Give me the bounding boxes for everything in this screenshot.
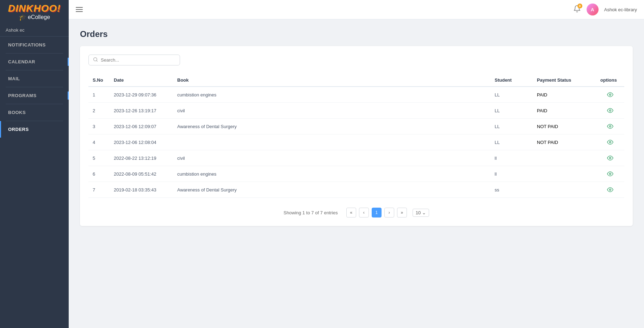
- cell-sno: 6: [88, 166, 110, 182]
- cell-student: LL: [490, 87, 533, 103]
- content-area: Orders S.No Date Book: [69, 19, 644, 328]
- cell-sno: 7: [88, 182, 110, 198]
- cell-payment-status: NOT PAID: [533, 119, 596, 134]
- table-row: 7 2019-02-18 03:35:43 Awareness of Denta…: [88, 182, 624, 198]
- cell-book: Awareness of Dental Surgery: [173, 182, 490, 198]
- main-area: 0 A Ashok ec-library Orders: [69, 0, 644, 328]
- sidebar-user: Ashok ec: [0, 24, 69, 37]
- cell-sno: 4: [88, 134, 110, 150]
- topbar-right: 0 A Ashok ec-library: [573, 4, 637, 15]
- cell-payment-status: NOT PAID: [533, 134, 596, 150]
- table-row: 6 2022-08-09 05:51:42 cumbistion engines…: [88, 166, 624, 182]
- svg-point-8: [609, 189, 611, 191]
- svg-point-2: [609, 94, 611, 96]
- table-body: 1 2023-12-29 09:07:36 cumbistion engines…: [88, 87, 624, 198]
- sidebar-item-books[interactable]: BOOKS: [0, 104, 69, 121]
- cell-payment-status: [533, 150, 596, 166]
- view-icon[interactable]: [600, 155, 620, 161]
- cell-date: 2023-12-06 12:08:04: [110, 134, 173, 150]
- cell-options: [596, 87, 624, 103]
- cell-options: [596, 182, 624, 198]
- col-header-sno: S.No: [88, 74, 110, 87]
- cell-book: civil: [173, 103, 490, 119]
- table-header: S.No Date Book Student Payment Status op…: [88, 74, 624, 87]
- sidebar-item-notifications[interactable]: NOTIFICATIONS: [0, 37, 69, 53]
- view-icon[interactable]: [600, 139, 620, 145]
- user-name-label: Ashok ec-library: [604, 7, 637, 12]
- pagination: Showing 1 to 7 of 7 entries « ‹ 1 › » 10…: [88, 208, 624, 217]
- page-size-selector[interactable]: 10 ⌄: [413, 209, 429, 217]
- chevron-down-icon: ⌄: [422, 210, 426, 215]
- active-indicator: [68, 92, 69, 100]
- col-header-date: Date: [110, 74, 173, 87]
- cell-sno: 2: [88, 103, 110, 119]
- page-prev-button[interactable]: ‹: [359, 208, 369, 217]
- cell-book: cumbistion engines: [173, 166, 490, 182]
- logo-dinkhoo: DINKHOO!: [8, 4, 61, 13]
- page-first-button[interactable]: «: [346, 208, 356, 217]
- view-icon[interactable]: [600, 171, 620, 177]
- table-row: 3 2023-12-06 12:09:07 Awareness of Denta…: [88, 119, 624, 134]
- col-header-book: Book: [173, 74, 490, 87]
- svg-point-7: [609, 173, 611, 175]
- cell-options: [596, 119, 624, 134]
- cell-student: LL: [490, 119, 533, 134]
- page-1-button[interactable]: 1: [372, 208, 382, 217]
- view-icon[interactable]: [600, 92, 620, 98]
- cell-sno: 3: [88, 119, 110, 134]
- page-next-button[interactable]: ›: [384, 208, 394, 217]
- user-avatar[interactable]: A: [587, 4, 599, 15]
- sidebar-logo: DINKHOO! 🎓 eCollege: [0, 0, 69, 24]
- cell-student: ll: [490, 150, 533, 166]
- svg-line-1: [97, 61, 98, 62]
- cell-student: ss: [490, 182, 533, 198]
- orders-card: S.No Date Book Student Payment Status op…: [80, 46, 633, 226]
- active-indicator: [68, 58, 69, 66]
- sidebar-item-calendar[interactable]: CALENDAR: [0, 53, 69, 70]
- cell-date: 2023-12-06 12:09:07: [110, 119, 173, 134]
- orders-table: S.No Date Book Student Payment Status op…: [88, 74, 624, 198]
- table-row: 5 2022-08-22 13:12:19 civil ll: [88, 150, 624, 166]
- svg-point-4: [609, 126, 611, 127]
- cell-student: ll: [490, 166, 533, 182]
- cell-student: LL: [490, 134, 533, 150]
- logo-ecollege: 🎓 eCollege: [19, 13, 50, 21]
- view-icon[interactable]: [600, 123, 620, 130]
- cell-options: [596, 150, 624, 166]
- cell-sno: 1: [88, 87, 110, 103]
- cell-sno: 5: [88, 150, 110, 166]
- cell-book: Awareness of Dental Surgery: [173, 119, 490, 134]
- table-row: 2 2023-12-26 13:19:17 civil LL PAID: [88, 103, 624, 119]
- sidebar-nav: NOTIFICATIONS CALENDAR MAIL PROGRAMS BOO…: [0, 37, 69, 328]
- notification-button[interactable]: 0: [573, 5, 581, 14]
- search-icon: [93, 57, 98, 63]
- pagination-info: Showing 1 to 7 of 7 entries: [284, 210, 338, 215]
- col-header-options: options: [596, 74, 624, 87]
- col-header-student: Student: [490, 74, 533, 87]
- page-last-button[interactable]: »: [397, 208, 407, 217]
- cap-icon: 🎓: [19, 13, 26, 21]
- cell-book: civil: [173, 150, 490, 166]
- cell-date: 2023-12-29 09:07:36: [110, 87, 173, 103]
- search-input[interactable]: [101, 57, 175, 63]
- svg-point-3: [609, 110, 611, 112]
- topbar-left: [76, 7, 83, 12]
- cell-payment-status: [533, 182, 596, 198]
- cell-payment-status: [533, 166, 596, 182]
- cell-date: 2023-12-26 13:19:17: [110, 103, 173, 119]
- cell-student: LL: [490, 103, 533, 119]
- view-icon[interactable]: [600, 107, 620, 114]
- sidebar-item-orders[interactable]: ORDERS: [0, 121, 69, 138]
- cell-date: 2022-08-22 13:12:19: [110, 150, 173, 166]
- cell-options: [596, 103, 624, 119]
- sidebar-item-mail[interactable]: MAIL: [0, 70, 69, 87]
- cell-date: 2022-08-09 05:51:42: [110, 166, 173, 182]
- hamburger-menu[interactable]: [76, 7, 83, 12]
- cell-book: cumbistion engines: [173, 87, 490, 103]
- sidebar: DINKHOO! 🎓 eCollege Ashok ec NOTIFICATIO…: [0, 0, 69, 328]
- sidebar-item-programs[interactable]: PROGRAMS: [0, 87, 69, 104]
- cell-payment-status: PAID: [533, 87, 596, 103]
- svg-point-6: [609, 157, 611, 159]
- topbar: 0 A Ashok ec-library: [69, 0, 644, 19]
- view-icon[interactable]: [600, 187, 620, 193]
